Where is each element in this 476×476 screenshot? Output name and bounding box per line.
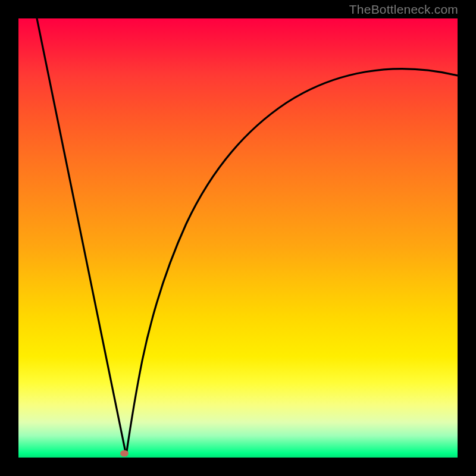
min-marker xyxy=(120,450,129,457)
plot-area xyxy=(18,18,458,458)
curve-layer xyxy=(18,18,458,458)
curve-left-branch xyxy=(37,18,126,455)
chart-frame: TheBottleneck.com xyxy=(0,0,476,476)
curve-right-branch xyxy=(126,69,458,455)
watermark-text: TheBottleneck.com xyxy=(349,2,458,17)
